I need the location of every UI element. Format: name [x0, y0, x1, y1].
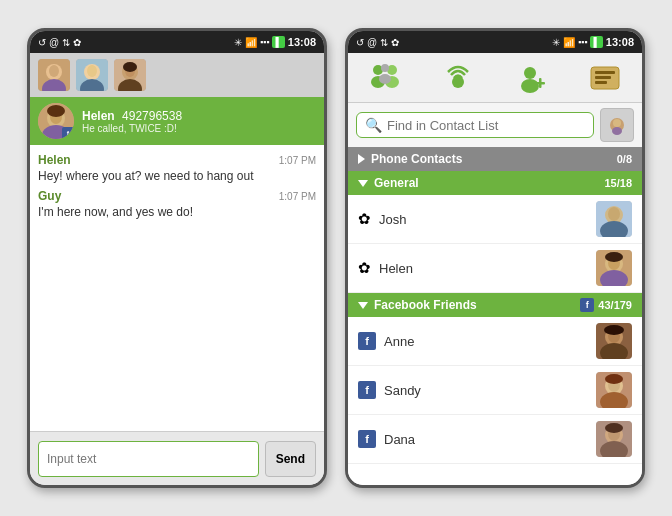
- active-chat-name: Helen 492796538: [82, 109, 316, 123]
- svg-point-34: [613, 119, 621, 127]
- wifi-icon-r: 📶: [563, 37, 575, 48]
- flower-icon-r: ✿: [391, 37, 399, 48]
- helen-avatar: [596, 250, 632, 286]
- message-text-2: I'm here now, and yes we do!: [38, 205, 316, 219]
- rotate-icon-r: ↺: [356, 37, 364, 48]
- flower-icon: ✿: [73, 37, 81, 48]
- at-icon: @: [49, 37, 59, 48]
- right-status-bar: ↺ @ ⇅ ✿ ✳ 📶 ▪▪▪ ▌ 13:08: [348, 31, 642, 53]
- section-general[interactable]: General 15/18: [348, 171, 642, 195]
- contact-item-helen[interactable]: ✿ Helen: [348, 244, 642, 293]
- wifi-icon: 📶: [245, 37, 257, 48]
- left-status-icons: ↺ @ ⇅ ✿: [38, 37, 81, 48]
- sandy-name: Sandy: [384, 383, 588, 398]
- right-time: 13:08: [606, 36, 634, 48]
- search-input-wrapper: 🔍: [356, 112, 594, 138]
- svg-point-25: [524, 67, 536, 79]
- svg-rect-30: [595, 71, 615, 74]
- section-phone-left: Phone Contacts: [358, 152, 462, 166]
- svg-point-12: [123, 62, 137, 72]
- contact-avatar-1[interactable]: [38, 59, 70, 91]
- svg-rect-31: [595, 76, 611, 79]
- section-facebook-label: Facebook Friends: [374, 298, 477, 312]
- contacts-bar: [30, 53, 324, 97]
- svg-rect-28: [535, 82, 545, 85]
- search-bar: 🔍: [348, 103, 642, 147]
- search-input[interactable]: [387, 118, 585, 133]
- usb-icon: ⇅: [62, 37, 70, 48]
- tab-contacts[interactable]: [348, 53, 422, 102]
- josh-contact-icon: ✿: [358, 210, 371, 228]
- svg-point-44: [605, 252, 623, 262]
- dana-fb-icon: f: [358, 430, 376, 448]
- battery-icon-r: ▌: [590, 36, 602, 48]
- message-group-2: Guy 1:07 PM I'm here now, and yes we do!: [38, 189, 316, 219]
- right-status-icons: ✳ 📶 ▪▪▪ ▌ 13:08: [234, 36, 316, 48]
- bluetooth-icon-r: ✳: [552, 37, 560, 48]
- search-icon: 🔍: [365, 117, 382, 133]
- josh-avatar: [596, 201, 632, 237]
- right-status-icons-left: ↺ @ ⇅ ✿: [356, 37, 399, 48]
- contact-list: Phone Contacts 0/8 General 15/18 ✿ Josh: [348, 147, 642, 485]
- chat-messages: Helen 1:07 PM Hey! where you at? we need…: [30, 145, 324, 431]
- bluetooth-icon: ✳: [234, 37, 242, 48]
- rotate-icon: ↺: [38, 37, 46, 48]
- contact-item-josh[interactable]: ✿ Josh: [348, 195, 642, 244]
- search-button[interactable]: [600, 108, 634, 142]
- fb-badge: f: [62, 127, 74, 139]
- active-chat-avatar: f: [38, 103, 74, 139]
- svg-point-54: [605, 374, 623, 384]
- svg-point-35: [612, 127, 622, 135]
- tab-settings[interactable]: [569, 53, 643, 102]
- section-general-count: 15/18: [604, 177, 632, 189]
- helen-contact-icon: ✿: [358, 259, 371, 277]
- message-sender-1: Helen: [38, 153, 71, 167]
- contact-item-sandy[interactable]: f Sandy: [348, 366, 642, 415]
- svg-point-39: [608, 207, 620, 221]
- section-general-left: General: [358, 176, 419, 190]
- section-facebook-left: Facebook Friends: [358, 298, 477, 312]
- chat-input-bar: Send: [30, 431, 324, 485]
- anne-fb-icon: f: [358, 332, 376, 350]
- contact-item-dana[interactable]: f Dana: [348, 415, 642, 464]
- active-chat-status: He called, TWICE :D!: [82, 123, 316, 134]
- contact-tabs: [348, 53, 642, 103]
- battery-icon: ▌: [272, 36, 284, 48]
- message-group-1: Helen 1:07 PM Hey! where you at? we need…: [38, 153, 316, 183]
- message-text-1: Hey! where you at? we need to hang out: [38, 169, 316, 183]
- svg-point-17: [47, 105, 65, 117]
- send-button[interactable]: Send: [265, 441, 316, 477]
- collapse-phone-icon: [358, 154, 365, 164]
- message-sender-2: Guy: [38, 189, 61, 203]
- contact-item-anne[interactable]: f Anne: [348, 317, 642, 366]
- right-status-icons-right: ✳ 📶 ▪▪▪ ▌ 13:08: [552, 36, 634, 48]
- svg-point-23: [379, 74, 391, 84]
- anne-name: Anne: [384, 334, 588, 349]
- tab-add-contact[interactable]: [495, 53, 569, 102]
- signal-icon-r: ▪▪▪: [578, 37, 588, 47]
- svg-point-7: [87, 65, 97, 77]
- svg-point-22: [381, 64, 389, 72]
- signal-icon: ▪▪▪: [260, 37, 270, 47]
- section-facebook[interactable]: Facebook Friends f 43/179: [348, 293, 642, 317]
- sandy-avatar: [596, 372, 632, 408]
- section-general-label: General: [374, 176, 419, 190]
- active-chat-info: Helen 492796538 He called, TWICE :D!: [82, 109, 316, 134]
- svg-point-26: [521, 79, 539, 93]
- at-icon-r: @: [367, 37, 377, 48]
- left-time: 13:08: [288, 36, 316, 48]
- contact-avatar-3[interactable]: [114, 59, 146, 91]
- section-phone-label: Phone Contacts: [371, 152, 462, 166]
- right-phone: ↺ @ ⇅ ✿ ✳ 📶 ▪▪▪ ▌ 13:08: [345, 28, 645, 488]
- usb-icon-r: ⇅: [380, 37, 388, 48]
- contact-avatar-2[interactable]: [76, 59, 108, 91]
- chat-input[interactable]: [38, 441, 259, 477]
- svg-point-3: [49, 65, 59, 77]
- svg-rect-32: [595, 81, 607, 84]
- fb-section-icon: f: [580, 298, 594, 312]
- tab-radio[interactable]: [422, 53, 496, 102]
- svg-point-49: [604, 325, 624, 335]
- section-phone-contacts[interactable]: Phone Contacts 0/8: [348, 147, 642, 171]
- expand-general-icon: [358, 180, 368, 187]
- phones-container: ↺ @ ⇅ ✿ ✳ 📶 ▪▪▪ ▌ 13:08: [27, 28, 645, 488]
